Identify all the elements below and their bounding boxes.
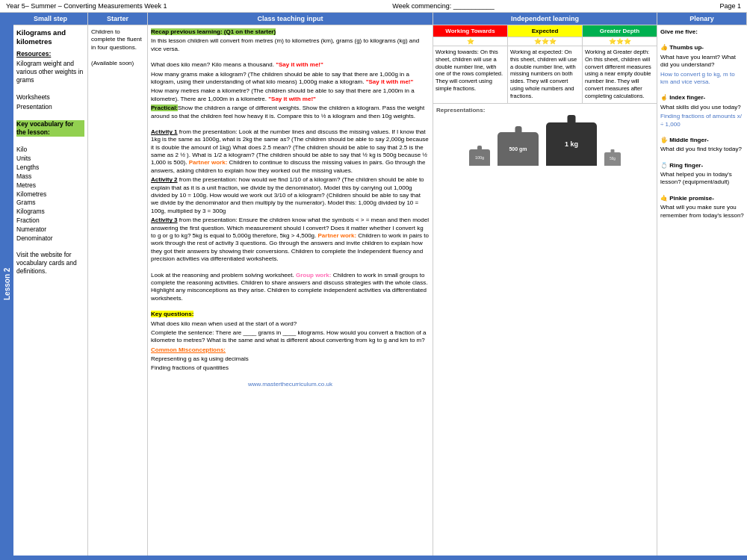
misconception1: Representing g as kg using decimals: [151, 355, 430, 363]
index-text: What skills did you use today?: [660, 104, 744, 111]
thumbs-up: 👍 Thumbs up-: [660, 44, 744, 52]
weights-image: 100g 500 gm: [436, 122, 654, 166]
vocab-item: Kilo: [16, 146, 84, 155]
misconceptions-label: Common Misconceptions:: [151, 346, 226, 353]
pinkie-finger: 🤙 Pinkie promise-: [660, 195, 744, 202]
greater-col: Working at Greater depth: On this sheet,…: [583, 46, 657, 103]
middle-icon: 🖐: [660, 137, 668, 143]
independent-content: Working Towards Expected Greater Depth ⭐…: [433, 25, 657, 556]
small-weight-1: 100g: [469, 149, 490, 166]
index-icon: ☝: [660, 94, 668, 101]
vocab-item: Mass: [16, 172, 84, 181]
vocab-item: Lengths: [16, 164, 84, 172]
vocab-item: Metres: [16, 181, 84, 190]
starter-header: Starter: [88, 13, 148, 25]
expected-text: Working at expected: On this sheet, chil…: [510, 49, 580, 99]
vocab-item: Denominator: [16, 234, 84, 243]
footer-bar: [0, 556, 747, 560]
reasoning: Look at the reasoning and problem solvin…: [151, 272, 430, 303]
lesson-title: Kilograms and kilometres: [16, 28, 84, 47]
practical: Practical:Show the children a range of d…: [151, 105, 430, 120]
plenary-header: Plenary: [657, 13, 747, 25]
visit-text: Visit the website for vocabulary cards a…: [16, 251, 84, 276]
weight-1kg: 1 kg: [546, 122, 597, 166]
ring-text: What helped you in today's lesson? (equi…: [660, 171, 744, 187]
key-q2: Complete the sentence: There are ____ gr…: [151, 329, 430, 345]
vocab-item: Numerator: [16, 225, 84, 234]
stars-row: ⭐ ⭐⭐⭐ ⭐⭐⭐: [433, 37, 657, 46]
thumb-blue: How to convert g to kg, m to km and vice…: [660, 71, 744, 87]
plenary-content: Give me five: 👍 Thumbs up- What have you…: [657, 25, 747, 556]
working-star: ⭐: [433, 37, 508, 46]
vocab-item: Fraction: [16, 217, 84, 225]
greater-text: Working at Greater depth: On this sheet,…: [585, 49, 654, 99]
key-q1: What does kilo mean when used at the sta…: [151, 320, 430, 328]
content-area: Small step Starter Class teaching input …: [13, 13, 747, 556]
expected-header: Expected: [508, 25, 583, 37]
middle-finger: 🖐 Middle finger-: [660, 137, 744, 144]
index-blue: Finding fractions of amounts x/÷ 1,000: [660, 113, 744, 128]
vocab-list: KiloUnitsLengthsMassMetresKilometresGram…: [16, 146, 84, 243]
starter-text: Children to complete the fluent in four …: [91, 28, 144, 52]
starter-available: (Available soon): [91, 60, 144, 67]
middle-text: What did you find tricky today?: [660, 146, 744, 153]
indep-body: Working towards: On this sheet, children…: [433, 46, 657, 103]
thumb-icon: 👍: [660, 44, 668, 51]
activity1: Activity 1 from the presentation: Look a…: [151, 128, 430, 175]
class-intro: In this lesson children will convert fro…: [151, 37, 430, 53]
grams-q: How many grams make a kilogram? (The chi…: [151, 71, 430, 87]
ring-icon: 💍: [660, 162, 668, 169]
pinkie-icon: 🤙: [660, 195, 668, 202]
weight-500g: 500 gm: [498, 132, 539, 166]
main-table: Lesson 2 Small step Starter Class teachi…: [0, 13, 747, 556]
kilo-q: What does kilo mean? Kilo means a thousa…: [151, 61, 430, 69]
working-col: Working towards: On this sheet, children…: [433, 46, 508, 103]
header-left: Year 5– Summer – Converting Measurements…: [6, 2, 167, 10]
vocab-item: Grams: [16, 199, 84, 208]
vocab-item: Kilograms: [16, 208, 84, 217]
vocab-item: Kilometres: [16, 190, 84, 199]
content-row: Kilograms and kilometres Resources: Kilo…: [13, 25, 747, 556]
small-step-header: Small step: [13, 13, 88, 25]
ring-finger: 💍 Ring finger-: [660, 162, 744, 169]
expected-col: Working at expected: On this sheet, chil…: [508, 46, 583, 103]
thumb-text: What have you learnt? What did you under…: [660, 54, 744, 69]
representations-section: Representations: 100g: [433, 103, 657, 175]
key-vocab-label: Key vocabulary for the lesson:: [16, 120, 84, 137]
col-headers: Small step Starter Class teaching input …: [13, 13, 747, 25]
class-header: Class teaching input: [148, 13, 433, 25]
presentation: Presentation: [16, 103, 84, 111]
recap-highlight: Recap previous learning: (Q1 on the star…: [151, 28, 276, 35]
small-weight-2: 50g: [604, 152, 621, 166]
greater-depth-header: Greater Depth: [583, 25, 657, 37]
greater-stars: ⭐⭐⭐: [583, 37, 657, 46]
starter-content: Children to complete the fluent in four …: [88, 25, 148, 556]
plenary-title: Give me five:: [660, 28, 744, 36]
class-content: Recap previous learning: (Q1 on the star…: [148, 25, 433, 556]
activity2: Activity 2 from the presentation: how wo…: [151, 176, 430, 215]
top-header: Year 5– Summer – Converting Measurements…: [0, 0, 747, 13]
vocab-item: Units: [16, 155, 84, 164]
misconception2: Finding fractions of quantities: [151, 364, 430, 372]
header-right: Page 1: [719, 2, 741, 10]
lesson-sidebar: Lesson 2: [0, 13, 13, 556]
index-finger: ☝ Index finger-: [660, 94, 744, 102]
header-center: Week commencing: ___________: [392, 2, 494, 10]
working-towards-header: Working Towards: [433, 25, 508, 37]
worksheets: Worksheets: [16, 93, 84, 102]
expected-stars: ⭐⭐⭐: [508, 37, 583, 46]
activity3: Activity 3 from the presentation: Ensure…: [151, 217, 430, 263]
metres-q: How many metres make a kilometre? (The c…: [151, 87, 430, 103]
resources-label: Resources:: [16, 50, 84, 58]
key-questions-label: Key questions:: [151, 311, 193, 317]
indep-headers: Working Towards Expected Greater Depth: [433, 25, 657, 37]
website: www.masterthecurriculum.co.uk: [151, 381, 430, 388]
working-text: Working towards: On this sheet, children…: [436, 49, 505, 93]
small-step-content: Kilograms and kilometres Resources: Kilo…: [13, 25, 88, 556]
pinkie-text: What will you make sure you remember fro…: [660, 204, 744, 220]
independent-header: Independent learning: [433, 13, 657, 25]
representations-label: Representations:: [436, 107, 654, 114]
page-wrapper: Year 5– Summer – Converting Measurements…: [0, 0, 747, 560]
resources-text: Kilogram weight and various other weight…: [16, 60, 84, 84]
